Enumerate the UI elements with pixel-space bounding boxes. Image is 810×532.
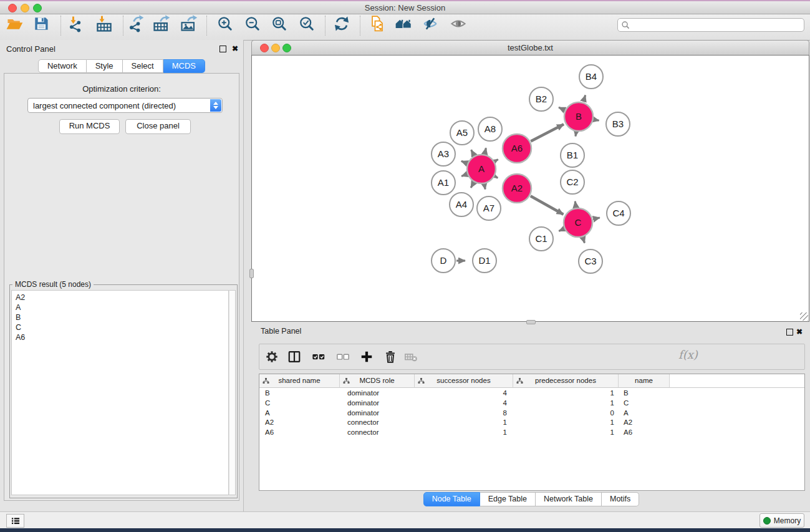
splitter-grip-left[interactable] (249, 269, 254, 278)
columns-icon[interactable] (287, 349, 302, 364)
table-row[interactable]: A2connector11A2 (259, 418, 804, 428)
network-window-titlebar[interactable]: testGlobe.txt (251, 40, 809, 56)
select-all-icon[interactable] (311, 349, 326, 364)
table-row[interactable]: Bdominator41B (259, 389, 804, 399)
graph-edge-B-B4[interactable] (583, 95, 585, 102)
delete-icon[interactable] (383, 349, 398, 364)
table-cell[interactable]: 1 (513, 399, 619, 409)
export-network-icon[interactable] (125, 13, 147, 34)
memory-button[interactable]: Memory (759, 513, 804, 528)
table-cell[interactable]: 4 (415, 389, 513, 399)
close-table-panel-icon[interactable]: ✖ (796, 328, 803, 336)
table-cell[interactable]: A6 (619, 428, 670, 438)
mcds-result-scrollbar[interactable] (229, 290, 236, 495)
import-network-icon[interactable] (65, 13, 86, 34)
graph-edge-A-A1[interactable] (461, 174, 466, 176)
graph-edge-A-A4[interactable] (471, 183, 474, 188)
table-header[interactable]: shared nameMCDS rolesuccessor nodesprede… (259, 374, 804, 387)
tab-select[interactable]: Select (123, 59, 163, 73)
graph-edge-B-B2[interactable] (559, 107, 564, 110)
add-icon[interactable] (359, 349, 374, 364)
table-cell[interactable]: 1 (513, 418, 619, 428)
table-row[interactable]: Cdominator41C (259, 399, 804, 409)
zoom-selected-icon[interactable] (296, 13, 317, 34)
graph-edge-A-A6[interactable] (495, 160, 498, 162)
table-cell[interactable]: 4 (415, 399, 513, 409)
criterion-dropdown[interactable]: largest connected component (directed) (27, 98, 223, 113)
graph-edge-A2-C[interactable] (531, 196, 564, 215)
table-cell[interactable]: C (619, 399, 670, 409)
tab-motifs[interactable]: Motifs (602, 492, 639, 506)
table-cell[interactable]: B (619, 389, 670, 399)
mcds-result-item[interactable]: A (16, 302, 228, 312)
table-cell[interactable]: A2 (259, 418, 340, 428)
mcds-result-item[interactable]: C (16, 322, 228, 332)
table-cell[interactable]: 0 (513, 409, 619, 418)
home-icon[interactable] (393, 13, 414, 34)
mcds-result-item[interactable]: A2 (16, 293, 228, 302)
show-panels-button[interactable] (6, 514, 24, 528)
column-header-successor-nodes[interactable]: successor nodes (415, 374, 513, 388)
search-input[interactable] (630, 20, 804, 30)
run-mcds-button[interactable]: Run MCDS (59, 119, 120, 134)
splitter-grip-bottom[interactable] (526, 320, 536, 324)
table-cell[interactable]: dominator (340, 389, 415, 399)
table-cell[interactable]: 8 (415, 409, 513, 418)
open-folder-icon[interactable] (4, 13, 25, 34)
column-header-shared-name[interactable]: shared name (259, 374, 340, 388)
table-cell[interactable]: B (259, 389, 340, 399)
tab-network[interactable]: Network (38, 59, 87, 73)
refresh-icon[interactable] (331, 13, 352, 34)
table-cell[interactable]: 1 (513, 389, 619, 399)
table-cell[interactable]: A6 (259, 428, 340, 438)
table-cell[interactable]: A (259, 409, 340, 418)
graph-edge-A-A5[interactable] (471, 150, 475, 155)
gear-icon[interactable] (264, 349, 279, 364)
column-header-name[interactable]: name (619, 374, 670, 388)
search-field[interactable] (617, 18, 804, 32)
table-cell[interactable]: connector (340, 418, 415, 428)
network-canvas[interactable]: B4B2BB3A8A5A6A3B1AA1C2A2A4A7C4CC1C3DD1 (251, 55, 809, 322)
tab-node-table[interactable]: Node Table (423, 492, 480, 506)
float-panel-icon[interactable] (219, 46, 226, 52)
tab-mcds[interactable]: MCDS (163, 59, 205, 73)
table-cell[interactable]: 1 (513, 428, 619, 438)
duplicate-network-icon[interactable] (367, 13, 388, 34)
graph-edge-B-B3[interactable] (594, 120, 599, 121)
table-cell[interactable]: dominator (340, 409, 415, 418)
tab-network-table[interactable]: Network Table (536, 492, 602, 506)
table-row[interactable]: Adominator80A (259, 409, 804, 418)
table-cell[interactable]: A (619, 409, 670, 418)
float-table-panel-icon[interactable] (786, 329, 793, 336)
graph-edge-A-A8[interactable] (485, 148, 486, 153)
table-cell[interactable]: A2 (619, 418, 670, 428)
import-table-icon[interactable] (94, 13, 115, 34)
graph-edge-C-C4[interactable] (593, 218, 599, 219)
graph-edge-A-A7[interactable] (485, 185, 486, 190)
mcds-result-item[interactable]: B (16, 312, 228, 322)
zoom-in-icon[interactable] (215, 13, 236, 34)
mcds-result-item[interactable]: A6 (16, 332, 228, 342)
zoom-out-icon[interactable] (242, 13, 263, 34)
save-icon[interactable] (31, 13, 52, 34)
table-cell[interactable]: 1 (415, 418, 513, 428)
network-graph[interactable]: B4B2BB3A8A5A6A3B1AA1C2A2A4A7C4CC1C3DD1 (252, 56, 808, 320)
graph-edge-B-B1[interactable] (576, 132, 576, 137)
table-cell[interactable]: dominator (340, 399, 415, 409)
mcds-result-list[interactable]: A2ABCA6 (11, 290, 229, 495)
unselect-all-icon[interactable] (335, 349, 350, 364)
graph-edge-A6-B[interactable] (531, 124, 564, 141)
export-table-icon[interactable] (151, 13, 172, 34)
column-header-MCDS-role[interactable]: MCDS role (340, 374, 415, 388)
table-row[interactable]: A6connector11A6 (259, 428, 804, 438)
zoom-fit-icon[interactable] (269, 13, 290, 34)
column-header-predecessor-nodes[interactable]: predecessor nodes (513, 374, 619, 388)
graph-edge-C-C2[interactable] (575, 201, 576, 208)
table-cell[interactable]: connector (340, 428, 415, 438)
graph-edge-A-A2[interactable] (495, 177, 498, 178)
tab-style[interactable]: Style (87, 59, 123, 73)
tab-edge-table[interactable]: Edge Table (480, 492, 536, 506)
export-image-icon[interactable] (178, 13, 200, 34)
table-cell[interactable]: 1 (415, 428, 513, 438)
hide-graphics-icon[interactable] (420, 13, 441, 34)
